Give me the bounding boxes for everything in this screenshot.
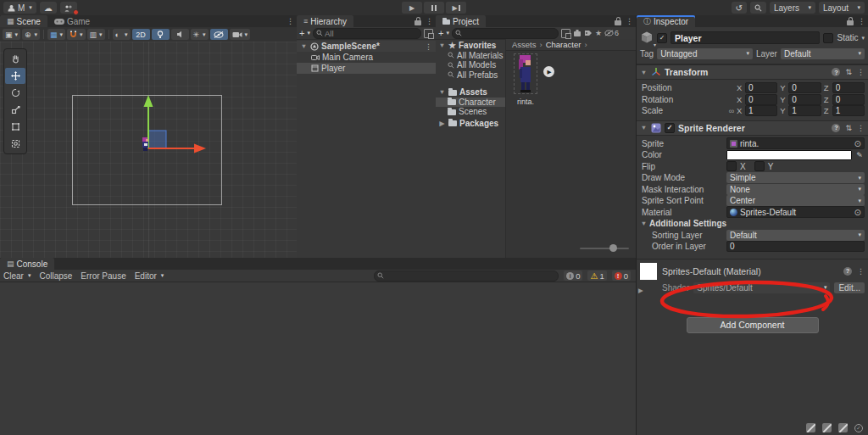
cache-disabled-icon[interactable] (822, 423, 832, 432)
snap-increment-button[interactable]: ▥▾ (87, 29, 105, 40)
help-icon[interactable]: ? (832, 124, 840, 132)
warning-count-toggle[interactable]: ⚠ 1 (587, 270, 606, 281)
rotation-z-field[interactable] (832, 94, 865, 105)
console-search[interactable] (374, 270, 559, 282)
layer-dropdown[interactable]: Default▾ (781, 48, 865, 59)
tag-dropdown[interactable]: Untagged▾ (657, 48, 753, 59)
gameobject-icon-button[interactable]: ▾ (640, 31, 654, 46)
preset-icon[interactable]: ⇅ (845, 124, 852, 132)
help-icon[interactable]: ? (832, 68, 840, 76)
scene-viewport[interactable] (0, 42, 297, 258)
info-count-toggle[interactable]: i 0 (564, 270, 582, 281)
object-picker-icon[interactable]: ⊙ (854, 208, 861, 217)
hidden-packages-toggle[interactable]: 6 (604, 29, 619, 37)
gizmos-visibility-button[interactable] (210, 29, 228, 40)
thumbnail-zoom-slider[interactable] (580, 244, 629, 252)
tab-game[interactable]: Game (47, 15, 97, 27)
lock-icon[interactable] (847, 20, 854, 25)
sorting-layer-dropdown[interactable]: Default▾ (726, 230, 865, 241)
layout-dropdown[interactable]: Layout▾ (819, 2, 865, 14)
transform-header[interactable]: ▼ Transform ? ⇅ ⋮ (637, 64, 868, 80)
preset-icon[interactable]: ⇅ (845, 68, 852, 76)
cloud-button[interactable]: ☁ (40, 2, 57, 14)
sprite-object-field[interactable]: rinta. ⊙ (726, 137, 865, 149)
account-button[interactable]: M ▾ (3, 2, 36, 14)
static-checkbox[interactable] (823, 33, 833, 43)
gameobject-name-field[interactable] (670, 31, 820, 44)
shader-edit-button[interactable]: Edit... (834, 282, 865, 293)
clear-button[interactable]: Clear▾ (3, 271, 31, 281)
move-gizmo[interactable] (93, 88, 212, 173)
asset-rinta[interactable]: rinta. (513, 54, 538, 106)
tab-inspector[interactable]: ⓘ Inspector (637, 15, 695, 27)
material-preview-swatch[interactable] (640, 263, 657, 280)
sprite-sort-point-dropdown[interactable]: Center▾ (726, 195, 865, 206)
hand-tool-button[interactable] (5, 51, 25, 67)
hierarchy-item-main-camera[interactable]: Main Camera (297, 52, 436, 63)
project-content[interactable]: Assets › Character › (506, 39, 636, 258)
hierarchy-menu-icon[interactable]: ⋮ (426, 17, 433, 25)
search-by-label-icon[interactable] (584, 30, 593, 36)
project-search[interactable] (452, 28, 559, 39)
color-swatch[interactable] (726, 150, 852, 160)
component-menu-icon[interactable]: ⋮ (857, 124, 865, 132)
tab-project[interactable]: Project (436, 15, 486, 27)
scene-panel-menu-icon[interactable]: ⋮ (287, 17, 294, 25)
draw-mode-dropdown[interactable]: Simple▾ (726, 172, 865, 183)
material-menu-icon[interactable]: ⋮ (857, 267, 865, 276)
search-picker-icon[interactable] (561, 29, 570, 38)
create-asset-button[interactable]: +▾ (438, 28, 449, 38)
layers-dropdown[interactable]: Layers▾ (770, 2, 815, 14)
search-picker-icon[interactable] (424, 29, 433, 38)
add-component-button[interactable]: Add Component (687, 317, 819, 333)
shading-mode-button[interactable]: ◐▾ (113, 29, 131, 40)
console-log-area[interactable] (0, 282, 636, 435)
rotation-x-field[interactable] (745, 94, 777, 105)
position-x-field[interactable] (745, 82, 777, 93)
material-object-field[interactable]: Sprites-Default ⊙ (726, 206, 865, 218)
eyedropper-icon[interactable]: ✎ (854, 151, 865, 159)
error-count-toggle[interactable]: ! 0 (612, 270, 631, 281)
scale-z-field[interactable] (832, 105, 865, 116)
grid-visibility-button[interactable]: ▦▾ (47, 29, 65, 40)
rotation-y-field[interactable] (788, 94, 821, 105)
active-checkbox[interactable] (657, 33, 667, 43)
collab-button[interactable] (60, 2, 77, 14)
error-pause-button[interactable]: Error Pause (81, 271, 125, 281)
effects-button[interactable]: ✳▾ (191, 29, 209, 40)
favorites-all-models[interactable]: All Models (436, 60, 505, 70)
scale-y-field[interactable] (788, 105, 821, 116)
foldout-open-icon[interactable]: ▼ (300, 42, 308, 50)
play-button[interactable]: ▶ (402, 2, 422, 14)
view-lighting-button[interactable] (152, 29, 170, 40)
snap-toggle-button[interactable]: ▾ (67, 29, 86, 40)
editor-dropdown[interactable]: Editor▾ (135, 271, 164, 281)
breadcrumb-character[interactable]: Character (546, 40, 581, 49)
auto-lighting-off-icon[interactable] (806, 423, 815, 432)
tab-hierarchy[interactable]: ≡ Hierarchy (297, 15, 353, 27)
rect-tool-button[interactable] (5, 119, 25, 135)
player-sprite-in-scene[interactable] (142, 137, 148, 151)
favorites-all-materials[interactable]: All Materials (436, 51, 505, 61)
slider-knob[interactable] (609, 244, 617, 252)
lock-icon[interactable] (415, 20, 421, 25)
position-y-field[interactable] (788, 82, 821, 93)
progress-idle-icon[interactable]: ✓ (854, 424, 863, 432)
pause-button[interactable] (424, 2, 444, 14)
shader-dropdown[interactable]: Sprites/Default▾ (693, 282, 830, 293)
view-2d-button[interactable]: 2D (132, 29, 150, 40)
order-in-layer-field[interactable] (726, 241, 865, 252)
scale-tool-button[interactable] (5, 102, 25, 118)
hierarchy-search-input[interactable] (325, 29, 418, 38)
hierarchy-search[interactable] (313, 28, 421, 39)
object-picker-icon[interactable]: ⊙ (854, 139, 861, 148)
save-search-star-icon[interactable]: ★ (595, 29, 602, 37)
tool-handle-pivot-button[interactable]: ▣▾ (3, 29, 20, 40)
tool-handle-rotation-button[interactable]: ⊕▾ (22, 29, 40, 40)
folder-character[interactable]: Character (436, 98, 505, 108)
scene-root-row[interactable]: ▼ SampleScene* ⋮ (297, 41, 436, 52)
rotate-tool-button[interactable] (5, 85, 25, 101)
material-preview-foldout[interactable]: ▶ (638, 287, 643, 294)
additional-settings-foldout[interactable]: ▼ Additional Settings (637, 218, 868, 230)
transform-tool-button[interactable] (5, 136, 25, 152)
